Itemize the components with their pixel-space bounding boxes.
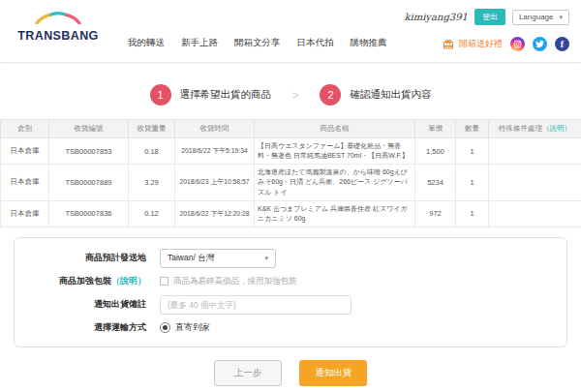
fragile-packing-checkbox[interactable] [160, 277, 168, 286]
steps-indicator: 1 選擇希望出貨的商品 > 2 確認通知出貨內容 [0, 84, 581, 106]
table-row: 日本倉庫 TSB00007853 0.18 2018/6/22 下午5:19:3… [1, 138, 581, 165]
cell-special [489, 165, 581, 200]
language-label: Language [519, 13, 554, 21]
step-2: 2 確認通知出貨內容 [320, 84, 431, 106]
logo-arc-icon [33, 12, 83, 24]
nav-unboxing-share[interactable]: 開箱文分享 [234, 37, 281, 49]
cell-weight: 0.18 [129, 138, 175, 165]
destination-value: Taiwan/ 台灣 [168, 253, 214, 264]
submit-shipment-button[interactable]: 通知出貨 [299, 360, 367, 386]
cell-code: TSB00007889 [49, 165, 129, 200]
col-price: 單價 [415, 120, 456, 138]
chevron-down-icon: ▾ [559, 14, 563, 20]
col-warehouse: 倉別 [1, 120, 49, 138]
cell-time: 2018/6/23 上午10:58:57 [175, 165, 255, 200]
step-1-circle: 1 [150, 84, 171, 106]
logo-text: TRANSBANG [14, 29, 103, 43]
twitter-bird-icon [535, 40, 544, 48]
chevron-down-icon: ▾ [264, 255, 268, 261]
action-buttons: 上一步 通知出貨 [0, 360, 581, 386]
cell-price: 972 [415, 200, 456, 226]
header: TRANSBANG 我的轉送 新手上路 開箱文分享 日本代拍 購物推薦 kimi… [0, 0, 581, 63]
username: kimiyang391 [404, 12, 467, 22]
col-special: 特殊條件處理（說明） [489, 120, 581, 138]
cell-special [489, 200, 581, 226]
instagram-icon[interactable] [510, 37, 525, 51]
promo-link[interactable]: 開箱送好禮 [459, 38, 503, 50]
facebook-glyph: f [561, 39, 564, 49]
note-input[interactable] [160, 295, 352, 315]
logo[interactable]: TRANSBANG [14, 11, 103, 43]
logout-button[interactable]: 登出 [474, 9, 505, 25]
nav-my-forwarding[interactable]: 我的轉送 [128, 37, 165, 49]
note-label: 通知出貨備註 [15, 298, 160, 311]
instagram-glyph-icon [513, 40, 522, 48]
direct-shipping-radio[interactable] [160, 322, 170, 333]
nav-beginner-guide[interactable]: 新手上路 [181, 37, 218, 49]
back-button[interactable]: 上一步 [214, 360, 283, 386]
cell-code: TSB00007836 [49, 200, 129, 226]
step-2-circle: 2 [320, 84, 341, 106]
nav-shopping-recommend[interactable]: 購物推薦 [351, 37, 387, 49]
user-row: kimiyang391 登出 Language ▾ [404, 9, 569, 25]
promo-row: 開箱送好禮 f [443, 37, 569, 51]
nav-japan-auction[interactable]: 日本代拍 [297, 37, 334, 49]
cell-product: 【日高ウエスタンファーム】基礎化粧品・無香料・無著色 日常純馬油BEST 70m… [255, 138, 415, 165]
cell-price: 1,500 [415, 138, 456, 165]
twitter-icon[interactable] [533, 37, 547, 51]
cell-special [489, 138, 581, 165]
table-row: 日本倉庫 TSB00007889 3.29 2018/6/23 上午10:58:… [1, 165, 581, 200]
col-code: 收貨編號 [49, 120, 129, 138]
shipment-table: 倉別 收貨編號 收貨重量 收貨時間 商品名稱 單價 數量 特殊條件處理（說明） … [0, 119, 581, 227]
packing-help-link[interactable]: （說明） [111, 276, 146, 286]
cell-weight: 0.12 [129, 200, 175, 226]
gift-icon [443, 39, 454, 50]
cell-warehouse: 日本倉庫 [1, 200, 49, 226]
packing-label-text: 商品加強包裝 [59, 276, 111, 286]
cell-weight: 3.29 [129, 165, 175, 200]
cell-price: 5234 [415, 165, 456, 200]
cell-product: K&K 缶つまプレミアム 兵庫県香住産 紅ズワイガニカニミソ 60g [255, 200, 415, 226]
facebook-icon[interactable]: f [555, 37, 569, 51]
col-time: 收貨時間 [175, 120, 255, 138]
packing-row: 商品加強包裝（說明） 商品為易碎高價品，採用加強包裝 [15, 270, 566, 293]
shipping-form: 商品預計發送地 Taiwan/ 台灣 ▾ 商品加強包裝（說明） 商品為易碎高價品… [14, 237, 567, 347]
shipping-method-label: 選擇運輸方式 [15, 321, 160, 334]
cell-code: TSB00007853 [49, 138, 129, 165]
table-header-row: 倉別 收貨編號 收貨重量 收貨時間 商品名稱 單價 數量 特殊條件處理（說明） [1, 120, 581, 138]
cell-time: 2018/6/22 下午5:19:34 [175, 138, 255, 165]
cell-warehouse: 日本倉庫 [1, 165, 49, 200]
col-qty: 數量 [456, 120, 489, 138]
col-weight: 收貨重量 [129, 120, 175, 138]
col-special-text: 特殊條件處理 [499, 124, 542, 133]
cell-qty: 1 [456, 138, 489, 165]
col-product: 商品名稱 [255, 120, 415, 138]
cell-qty: 1 [456, 200, 489, 226]
destination-row: 商品預計發送地 Taiwan/ 台灣 ▾ [15, 247, 566, 270]
packing-option-label: 商品為易碎高價品，採用加強包裝 [173, 276, 297, 287]
shipping-method-row: 選擇運輸方式 直寄到家 [15, 317, 566, 340]
main-nav: 我的轉送 新手上路 開箱文分享 日本代拍 購物推薦 [128, 37, 387, 49]
destination-select[interactable]: Taiwan/ 台灣 ▾ [160, 249, 276, 268]
step-separator-icon: > [292, 89, 298, 101]
destination-label: 商品預計發送地 [15, 252, 160, 264]
language-dropdown[interactable]: Language ▾ [512, 10, 569, 25]
cell-time: 2018/6/22 下午12:20:28 [175, 200, 255, 226]
cell-product: 北海道産ほたて瑪麗製溫泉の、から味噌 60gえびみそ60g・日清 どん兵衛、26… [255, 165, 415, 200]
table-row: 日本倉庫 TSB00007836 0.12 2018/6/22 下午12:20:… [1, 200, 581, 226]
step-1-label: 選擇希望出貨的商品 [180, 88, 272, 102]
special-help-link[interactable]: （說明） [542, 124, 571, 133]
packing-label: 商品加強包裝（說明） [15, 275, 160, 287]
note-row: 通知出貨備註 [15, 293, 566, 317]
step-1: 1 選擇希望出貨的商品 [150, 84, 272, 106]
radio-dot [163, 325, 168, 330]
cell-qty: 1 [456, 165, 489, 200]
direct-shipping-label: 直寄到家 [175, 321, 210, 334]
step-2-label: 確認通知出貨內容 [350, 88, 431, 102]
cell-warehouse: 日本倉庫 [1, 138, 49, 165]
